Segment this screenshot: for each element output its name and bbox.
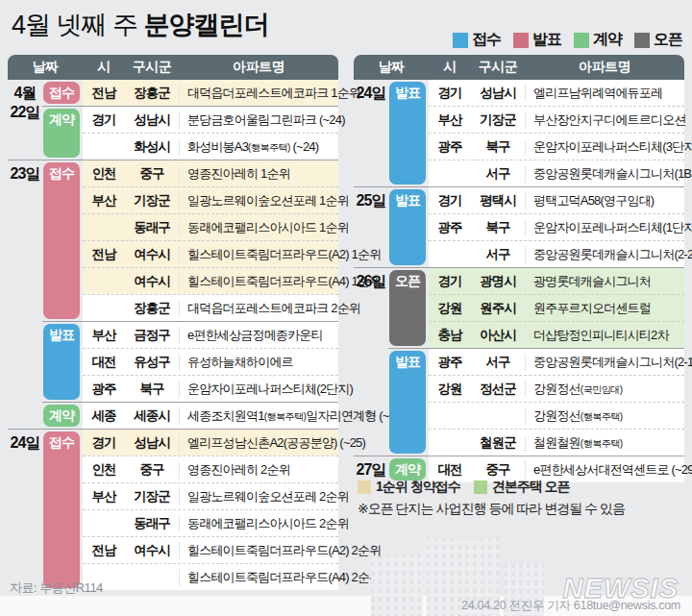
page-title-main: 분양캘린더 [144,11,269,39]
action-group: 계약세종세종시세종조치원역1(행복주택)일자리연계형 (~25) [42,402,338,429]
gu-cell: 화성시 [125,138,179,156]
listing-rows: 광주서구중앙공원롯데캐슬시그니처(2-1BL)강원정선군강원정선(국민임대)강원… [429,349,684,456]
action-groups: 접수전남장흥군대덕읍더포레스트에코파크 1순위계약경기성남시분당금호어울림그린파… [42,80,338,160]
status-badge: 접수 [43,431,80,588]
listing-row: 인천중구영종진아레히 1순위 [83,160,338,186]
apartment-name-cell: 엘리프남위례역에듀포레 [525,85,684,102]
legend-item: 발표 [513,30,561,50]
apartment-name-cell: 강원정선(국민임대) [525,381,684,398]
gu-cell: 성남시 [125,434,179,452]
gu-cell: 정선군 [471,381,525,398]
date-line: 23일 [8,164,42,184]
apartment-name-small-part: (행복주택) [581,438,623,449]
apartment-name-cell: 일광노르웨이숲오션포레 1순위 [179,192,338,209]
listing-row: 강원원주시원주푸르지오더센트럴 [429,294,684,321]
gu-cell: 세종시 [125,407,179,425]
date-label: 25일 [354,187,388,267]
gu-cell: 평택시 [471,192,525,209]
apartment-name-part: 영종진아레히 2순위 [187,462,290,477]
apartment-name-cell: 중앙공원롯데캐슬시그니처(2-2BL) [525,246,684,263]
gu-cell: 북구 [471,138,525,156]
status-badge: 계약 [389,458,426,480]
badge-cell: 발표 [388,187,429,267]
listing-rows: 전남장흥군대덕읍더포레스트에코파크 1순위 [83,80,338,106]
apartment-name-cell: 철원철원(행복주택) [525,434,684,452]
apartment-name-cell: 힐스테이트죽림더프라우드(A4) 2순위 [179,569,338,586]
apartment-name-cell: 동래에코팰리스아시아드 2순위 [179,515,338,532]
action-group: 오픈경기광명시광명롯데캐슬시그니처강원원주시원주푸르지오더센트럴충남아산시더샵탕… [388,268,684,348]
apartment-name-cell: 운암자이포레나퍼스티체(2단지) [179,381,338,398]
action-groups: 접수경기성남시엘리프성남신촌A2(공공분양) (~25)인천중구영종진아레히 2… [42,430,338,590]
sale-calendar-table-right: 날짜시구시군아파트명24일발표경기성남시엘리프남위례역에듀포레부산기장군부산장안… [354,55,684,482]
action-group: 발표경기평택시평택고덕A58(영구임대)광주북구운암자이포레나퍼스티체(1단지)… [388,187,684,267]
page-title: 4월 넷째 주 분양캘린더 [12,8,269,42]
gu-cell: 장흥군 [125,85,179,102]
apartment-name-cell: 동래에코팰리스아시아드 1순위 [179,219,338,236]
footnote-item: 견본주택 오픈 [474,479,570,496]
column-header-date: 날짜 [8,59,83,76]
byline-credit: 24.04.20 전진우 기자 618tue@newsis.com [461,598,680,614]
si-cell: 경기 [429,85,471,102]
apartment-name-cell: 영종진아레히 1순위 [179,165,338,183]
date-line: 24일 [354,84,388,103]
action-group: 발표부산금정구e편한세상금정메종카운티대전유성구유성하늘채하이에르광주북구운암자… [42,321,338,402]
apartment-name-part: 운암자이포레나퍼스티체(1단지) [533,220,692,234]
building-watermark [371,554,423,616]
listing-row: 경기성남시엘리프성남신촌A2(공공분양) (~25) [83,430,338,456]
status-legend: 접수발표계약오픈 [453,30,682,50]
gu-cell: 여수시 [125,273,179,290]
action-groups: 발표경기성남시엘리프남위례역에듀포레부산기장군부산장안지구디에트르디오션광주북구… [388,80,684,186]
listing-row: 서구중앙공원롯데캐슬시그니처(1BL) [429,160,684,186]
listing-rows: 경기광명시광명롯데캐슬시그니처강원원주시원주푸르지오더센트럴충남아산시더샵탕정인… [429,268,684,348]
legend-swatch-발표 [513,33,529,48]
si-cell: 광주 [83,381,125,398]
apartment-name-cell: 유성하늘채하이에르 [179,354,338,371]
gu-cell: 유성구 [125,354,179,371]
apartment-name-cell: 힐스테이트죽림더프라우드(A2) 1순위 [179,246,338,263]
gu-cell: 중구 [125,461,179,479]
si-cell: 광주 [429,219,471,236]
legend-item: 계약 [574,30,622,50]
legend-item: 오픈 [634,30,682,50]
apartment-name-cell: 중앙공원롯데캐슬시그니처(2-1BL) [525,354,684,371]
apartment-name-part: e편한세상서대전역센트로 (~29) [533,462,692,477]
si-cell: 전남 [83,85,125,102]
apartment-name-part: 강원정선 [533,408,581,423]
si-cell: 부산 [83,488,125,505]
gu-cell: 원주시 [471,300,525,317]
apartment-name-cell: 엘리프성남신촌A2(공공분양) (~25) [179,434,338,452]
badge-cell: 접수 [42,430,83,590]
si-cell: 인천 [83,165,125,183]
footnote-item: 1순위 청약접수 [358,479,460,496]
listing-row: 광주북구운암자이포레나퍼스티체(2단지) [83,375,338,402]
si-cell: 세종 [83,407,125,425]
apartment-name-cell: 힐스테이트죽림더프라우드(A4) 1순위 [179,273,338,290]
badge-cell: 접수 [42,160,83,321]
table-header: 날짜시구시군아파트명 [354,55,684,80]
date-line: 25일 [354,191,388,210]
apartment-name-cell: 운암자이포레나퍼스티체(3단지) [525,138,684,156]
date-section: 25일발표경기평택시평택고덕A58(영구임대)광주북구운암자이포레나퍼스티체(1… [354,186,684,267]
listing-rows: 부산금정구e편한세상금정메종카운티대전유성구유성하늘채하이에르광주북구운암자이포… [83,322,338,402]
si-cell: 전남 [83,246,125,263]
gu-cell: 서구 [471,354,525,371]
status-badge: 발표 [389,82,426,185]
apartment-name-part: 원주푸르지오더센트럴 [533,301,651,315]
date-label: 24일 [354,80,388,186]
listing-row: 경기평택시평택고덕A58(영구임대) [429,187,684,213]
listing-row: 광주북구운암자이포레나퍼스티체(1단지) [429,213,684,240]
si-cell: 경기 [83,434,125,452]
gu-cell: 동래구 [125,515,179,532]
status-badge: 오픈 [389,270,426,346]
apartment-name-part: e편한세상금정메종카운티 [187,328,323,342]
si-cell: 인천 [83,461,125,479]
gu-cell: 기장군 [471,111,525,129]
legend-label: 발표 [532,30,561,50]
badge-cell: 계약 [42,107,83,160]
listing-rows: 경기성남시엘리프남위례역에듀포레부산기장군부산장안지구디에트르디오션광주북구운암… [429,80,684,186]
apartment-name-small-part: (국민임대) [581,384,623,395]
sale-calendar-table-left: 날짜시구시군아파트명4월22일접수전남장흥군대덕읍더포레스트에코파크 1순위계약… [8,55,338,590]
listing-row: 경기광명시광명롯데캐슬시그니처 [429,268,684,294]
apartment-name-cell: 대덕읍더포레스트에코파크 1순위 [179,85,338,102]
listing-row: 충남아산시더샵탕정인피니티시티2차 [429,321,684,348]
